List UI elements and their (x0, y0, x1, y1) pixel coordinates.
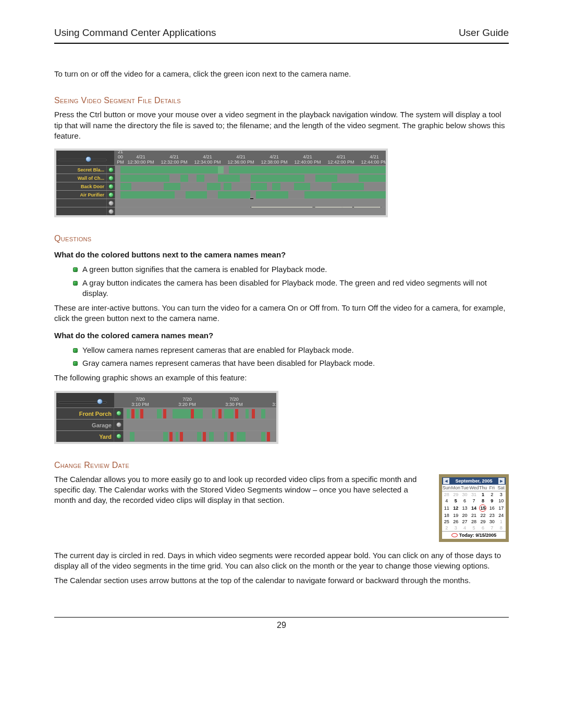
status-dot-icon (108, 184, 114, 189)
camera-toggle-button[interactable] (106, 207, 115, 215)
timeline-row: Wall of Ch... (56, 174, 386, 182)
question-2-note: The following graphic shows an example o… (54, 373, 509, 383)
calendar-day[interactable]: 21 (469, 512, 478, 519)
timeline-row (56, 207, 386, 215)
status-dot-icon (108, 201, 114, 206)
camera-toggle-button[interactable] (106, 166, 115, 174)
calendar-day[interactable]: 23 (487, 512, 496, 519)
timeline-slider[interactable] (56, 151, 115, 165)
heading-change-review-date: Change Review Date (54, 461, 509, 470)
calendar-day[interactable]: 26 (451, 519, 460, 525)
camera-toggle-button[interactable] (106, 191, 115, 199)
header-left: Using Command Center Applications (54, 27, 216, 39)
change-date-p3: The Calendar section uses arrow buttons … (54, 575, 509, 586)
status-dot-icon (108, 176, 114, 181)
question-1: What do the colored buttons next to the … (54, 250, 509, 260)
calendar-day: 2 (442, 525, 451, 531)
question-2: What do the colored camera names mean? (54, 330, 509, 341)
calendar-day[interactable]: 11 (442, 504, 451, 512)
calendar-day: 4 (460, 525, 469, 531)
calendar-day[interactable]: 3 (497, 491, 506, 498)
camera-toggle-button[interactable] (106, 182, 115, 190)
calendar-prev-button[interactable]: ◄ (443, 478, 449, 484)
slider-thumb-icon[interactable] (85, 156, 91, 162)
calendar-today-link[interactable]: Today: 9/15/2005 (442, 531, 506, 539)
timeline-track[interactable] (115, 182, 386, 190)
calendar-day[interactable]: 13 (460, 504, 469, 512)
camera-toggle-button[interactable] (106, 174, 115, 182)
timeline-track[interactable] (115, 207, 386, 215)
camera-name (56, 207, 106, 215)
calendar-dow: Mon (451, 485, 460, 491)
timeline-track[interactable] (123, 431, 276, 442)
timeline-time-header: 7/203:10 PM 7/203:20 PM 7/203:30 PM 7/20… (115, 393, 276, 408)
calendar-next-button[interactable]: ► (498, 478, 505, 484)
calendar-day[interactable]: 27 (460, 519, 469, 525)
timeline-row: Front Porch (56, 408, 276, 419)
timeline-row (56, 199, 386, 207)
calendar-day[interactable]: 28 (469, 519, 478, 525)
calendar-dow: Wed (469, 485, 478, 491)
calendar-dow: Fri (487, 485, 496, 491)
calendar-day[interactable]: 17 (497, 504, 506, 512)
timeline-track[interactable] (115, 174, 386, 182)
status-dot-icon (108, 192, 114, 198)
calendar-day[interactable]: 14 (469, 504, 478, 512)
calendar-day: 3 (451, 525, 460, 531)
timeline-slider[interactable] (56, 393, 115, 408)
calendar-day[interactable]: 5 (451, 498, 460, 504)
calendar-day[interactable]: 8 (479, 498, 487, 504)
calendar-day[interactable]: 24 (497, 512, 506, 519)
camera-toggle-button[interactable] (106, 199, 115, 207)
status-dot-icon (116, 422, 121, 427)
calendar-day[interactable]: 30 (487, 519, 496, 525)
figure-timeline-cameras: 7/203:10 PM 7/203:20 PM 7/203:30 PM 7/20… (54, 391, 278, 444)
timeline-track[interactable] (115, 166, 386, 174)
calendar-day[interactable]: 22 (479, 512, 487, 519)
slider-thumb-icon[interactable] (97, 399, 103, 404)
heading-questions: Questions (54, 234, 509, 243)
status-dot-icon (108, 209, 114, 214)
timeline-track[interactable] (115, 199, 386, 207)
calendar-day[interactable]: 25 (442, 519, 451, 525)
calendar-day[interactable]: 1 (479, 491, 487, 498)
camera-name: Wall of Ch... (56, 174, 106, 182)
calendar-day[interactable]: 2 (487, 491, 496, 498)
list-item: Yellow camera names represent cameras th… (73, 345, 509, 355)
calendar-day[interactable]: 6 (460, 498, 469, 504)
calendar-day[interactable]: 29 (479, 519, 487, 525)
timeline-row: Secret Bla... (56, 165, 386, 174)
change-date-p2: The current day is circled in red. Days … (54, 550, 509, 572)
calendar-dow: Tue (460, 485, 469, 491)
camera-toggle-button[interactable] (114, 408, 123, 419)
calendar-day[interactable]: 15 (479, 504, 487, 512)
calendar-day: 5 (469, 525, 478, 531)
footer-rule (54, 617, 509, 618)
calendar-day[interactable]: 9 (487, 498, 496, 504)
camera-toggle-button[interactable] (114, 431, 123, 442)
camera-toggle-button[interactable] (114, 419, 123, 430)
calendar-day[interactable]: 20 (460, 512, 469, 519)
camera-name: Secret Bla... (56, 166, 106, 174)
timeline-track[interactable] (123, 408, 276, 419)
calendar-day[interactable]: 7 (469, 498, 478, 504)
calendar-day[interactable]: 18 (442, 512, 451, 519)
figure-timeline-details: 2100 PM 4/2112:30:00 PM 4/2112:32:00 PM … (54, 149, 388, 217)
calendar-day[interactable]: 19 (451, 512, 460, 519)
calendar-dow: Thu (479, 485, 487, 491)
camera-name: Front Porch (56, 408, 114, 419)
timeline-track[interactable]: Dir 00-12-A8-00-31-42 File F_000274.wmv,… (115, 191, 386, 199)
calendar-day[interactable]: 4 (442, 498, 451, 504)
timeline-track[interactable] (123, 419, 276, 430)
camera-name: Air Purifier (56, 191, 106, 199)
intro-paragraph: To turn on or off the video for a camera… (54, 69, 509, 79)
calendar-day[interactable]: 16 (487, 504, 496, 512)
status-dot-icon (116, 434, 121, 439)
calendar-title[interactable]: September, 2005 (455, 478, 492, 484)
calendar-grid: SunMonTueWedThuFriSat 282930311234567891… (442, 485, 506, 531)
calendar-day: 31 (469, 491, 478, 498)
page-number: 29 (54, 621, 509, 630)
calendar-day[interactable]: 12 (451, 504, 460, 512)
calendar-day[interactable]: 10 (497, 498, 506, 504)
calendar-widget[interactable]: ◄ September, 2005 ► SunMonTueWedThuFriSa… (439, 474, 509, 542)
